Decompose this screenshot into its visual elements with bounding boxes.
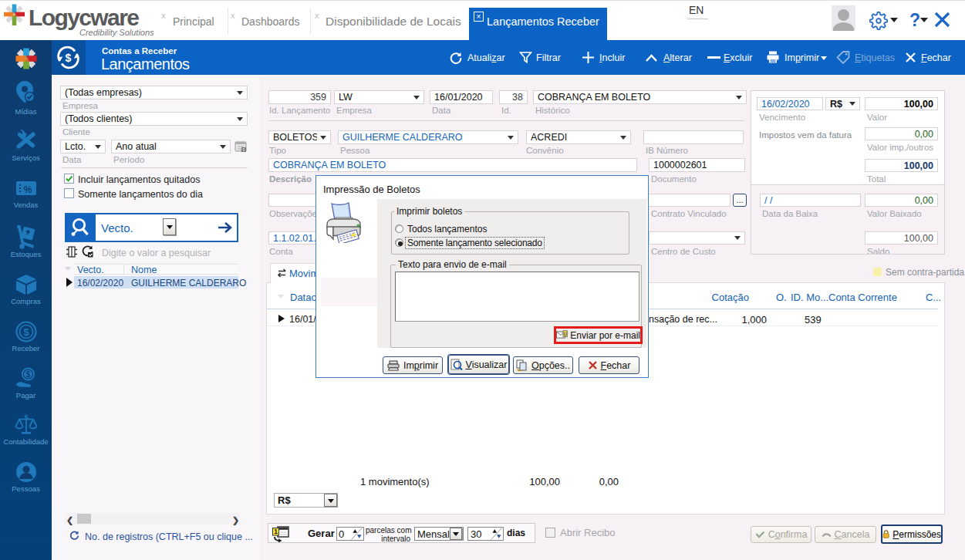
svg-text:$: $ (66, 52, 72, 64)
svg-text:$: $ (24, 414, 28, 421)
svg-text:$: $ (26, 370, 31, 379)
svg-text:5: 5 (243, 147, 245, 152)
svg-text:1: 1 (274, 528, 278, 535)
svg-text:%: % (24, 184, 32, 195)
svg-text:$: $ (23, 326, 29, 338)
